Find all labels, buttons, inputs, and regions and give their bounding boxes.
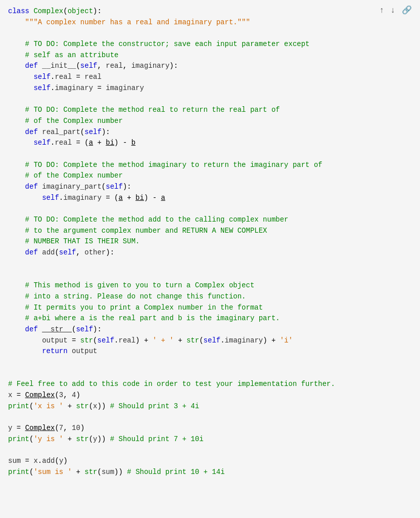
scroll-down-button[interactable]: ↓ (389, 5, 397, 15)
editor-toolbar[interactable]: ↑ ↓ 🔗 (376, 4, 416, 16)
link-button[interactable]: 🔗 (400, 5, 414, 15)
code-content: class Complex(object): """A complex numb… (0, 4, 420, 480)
code-editor: ↑ ↓ 🔗 class Complex(object): """A comple… (0, 0, 420, 518)
scroll-up-button[interactable]: ↑ (378, 5, 386, 15)
